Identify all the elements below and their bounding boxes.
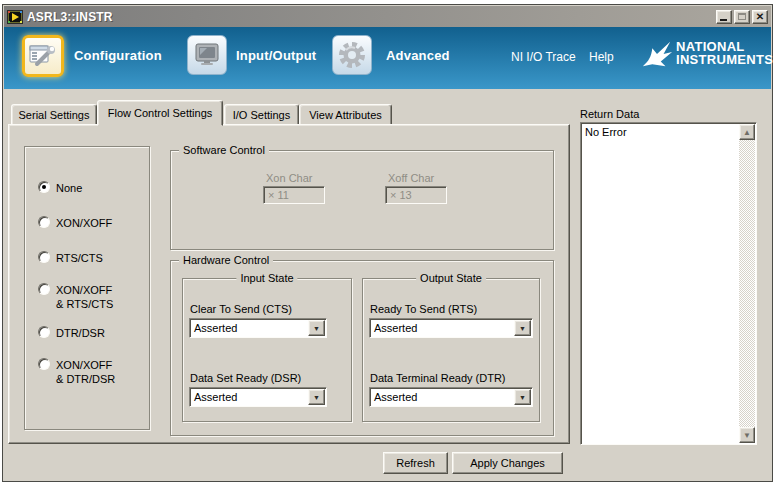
radio-icon[interactable] bbox=[38, 358, 50, 370]
dsr-value: Asserted bbox=[190, 391, 308, 403]
monitor-icon bbox=[194, 43, 220, 67]
configuration-icon bbox=[29, 44, 57, 68]
tab-label: I/O Settings bbox=[233, 109, 290, 121]
return-data-scrollbar[interactable]: ▲ ▼ bbox=[739, 124, 755, 443]
window-title: ASRL3::INSTR bbox=[27, 10, 113, 24]
radio-option-xon-xoff-rts-cts[interactable]: XON/XOFF& RTS/CTS bbox=[38, 283, 113, 311]
dropdown-arrow-icon[interactable]: ▼ bbox=[514, 320, 531, 336]
radio-option-none[interactable]: None bbox=[38, 181, 82, 195]
output-state-legend: Output State bbox=[416, 272, 486, 284]
configuration-nav-label[interactable]: Configuration bbox=[74, 48, 162, 63]
return-data-content: No Error bbox=[585, 126, 627, 138]
radio-option-dtr-dsr[interactable]: DTR/DSR bbox=[38, 326, 105, 340]
dsr-dropdown[interactable]: Asserted ▼ bbox=[189, 387, 327, 407]
dropdown-arrow-icon[interactable]: ▼ bbox=[308, 320, 325, 336]
refresh-button[interactable]: Refresh bbox=[383, 452, 448, 474]
software-control-legend: Software Control bbox=[179, 144, 269, 156]
close-icon: ✕ bbox=[756, 12, 764, 22]
radio-option-xon-xoff-dtr-dsr[interactable]: XON/XOFF& DTR/DSR bbox=[38, 358, 115, 386]
ni-eagle-icon bbox=[641, 37, 673, 69]
hardware-control-legend: Hardware Control bbox=[179, 254, 273, 266]
rts-label: Ready To Send (RTS) bbox=[370, 303, 477, 315]
screen: ASRL3::INSTR ✕ Con bbox=[0, 0, 774, 483]
cts-value: Asserted bbox=[190, 322, 308, 334]
dtr-label: Data Terminal Ready (DTR) bbox=[370, 372, 506, 384]
dtr-value: Asserted bbox=[370, 391, 514, 403]
xon-char-field[interactable]: × 11 bbox=[263, 186, 325, 204]
radio-icon[interactable] bbox=[38, 283, 50, 295]
radio-icon[interactable] bbox=[38, 251, 50, 263]
national-instruments-logo: NATIONAL INSTRUMENTS™ bbox=[641, 37, 774, 69]
nav-header: Configuration Input/Output bbox=[4, 27, 771, 89]
cts-label: Clear To Send (CTS) bbox=[190, 303, 292, 315]
tab-label: View Attributes bbox=[309, 109, 382, 121]
tab-serial-settings[interactable]: Serial Settings bbox=[11, 104, 97, 125]
dropdown-arrow-icon[interactable]: ▼ bbox=[308, 389, 325, 405]
tab-io-settings[interactable]: I/O Settings bbox=[224, 104, 299, 125]
xoff-char-label: Xoff Char bbox=[388, 172, 434, 184]
configuration-nav-button[interactable] bbox=[22, 35, 64, 77]
app-icon bbox=[7, 9, 23, 25]
return-data-label: Return Data bbox=[580, 108, 639, 120]
xon-char-label: Xon Char bbox=[266, 172, 312, 184]
rts-value: Asserted bbox=[370, 322, 514, 334]
tab-label: Serial Settings bbox=[19, 109, 90, 121]
radio-option-rts-cts[interactable]: RTS/CTS bbox=[38, 251, 103, 265]
software-control-group: Software Control bbox=[170, 150, 554, 250]
input-output-nav-button[interactable] bbox=[187, 35, 227, 75]
tab-label: Flow Control Settings bbox=[108, 107, 213, 119]
tab-view-attributes[interactable]: View Attributes bbox=[299, 104, 392, 125]
maximize-button[interactable] bbox=[734, 10, 750, 24]
dropdown-arrow-icon[interactable]: ▼ bbox=[514, 389, 531, 405]
dsr-label: Data Set Ready (DSR) bbox=[190, 372, 301, 384]
input-output-nav-label[interactable]: Input/Output bbox=[236, 48, 316, 63]
titlebar[interactable]: ASRL3::INSTR ✕ bbox=[4, 6, 771, 27]
radio-icon[interactable] bbox=[38, 216, 50, 228]
gear-icon bbox=[338, 41, 366, 69]
xoff-char-field[interactable]: × 13 bbox=[385, 186, 447, 204]
ni-io-trace-link[interactable]: NI I/O Trace bbox=[511, 50, 576, 64]
cts-dropdown[interactable]: Asserted ▼ bbox=[189, 318, 327, 338]
scroll-down-button[interactable]: ▼ bbox=[739, 427, 755, 443]
dtr-dropdown[interactable]: Asserted ▼ bbox=[369, 387, 533, 407]
radio-icon[interactable] bbox=[38, 326, 50, 338]
advanced-nav-button[interactable] bbox=[332, 35, 372, 75]
brand-line2: INSTRUMENTS bbox=[676, 52, 773, 67]
return-data-textarea[interactable]: No Error ▲ ▼ bbox=[580, 122, 757, 445]
minimize-icon bbox=[720, 19, 727, 21]
minimize-button[interactable] bbox=[716, 10, 732, 24]
maximize-icon bbox=[738, 13, 746, 20]
tab-flow-control-settings[interactable]: Flow Control Settings bbox=[97, 100, 223, 126]
radio-icon[interactable] bbox=[38, 181, 50, 193]
rts-dropdown[interactable]: Asserted ▼ bbox=[369, 318, 533, 338]
advanced-nav-label[interactable]: Advanced bbox=[386, 48, 450, 63]
close-button[interactable]: ✕ bbox=[752, 10, 768, 24]
scroll-up-button[interactable]: ▲ bbox=[739, 124, 755, 140]
radio-option-xon-xoff[interactable]: XON/XOFF bbox=[38, 216, 112, 230]
help-link[interactable]: Help bbox=[589, 50, 614, 64]
apply-changes-button[interactable]: Apply Changes bbox=[452, 452, 563, 474]
input-state-legend: Input State bbox=[236, 272, 297, 284]
